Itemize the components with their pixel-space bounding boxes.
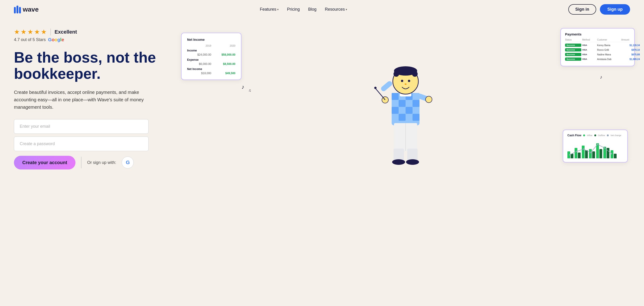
svg-point-48 <box>604 147 605 149</box>
svg-point-24 <box>409 69 414 74</box>
nav-resources[interactable]: Resources ▾ <box>325 7 347 12</box>
line-chart-svg <box>568 140 623 158</box>
star-5: ★ <box>41 28 47 36</box>
payments-card: Payments Status Method Customer Amount S… <box>560 28 635 66</box>
signup-form <box>14 119 172 151</box>
cashflow-legend: Inflow Outflow Net change <box>583 134 621 137</box>
svg-rect-8 <box>412 100 420 107</box>
payments-header: Status Method Customer Amount <box>565 38 630 42</box>
google-logo: Google <box>48 37 64 42</box>
svg-rect-12 <box>412 107 420 114</box>
nav-pricing[interactable]: Pricing <box>287 7 300 12</box>
svg-rect-13 <box>392 114 398 121</box>
cashflow-title: Cash Flow <box>568 134 581 137</box>
svg-point-46 <box>590 152 591 153</box>
inflow-dot <box>583 135 585 136</box>
net-income-card: Net Income 2019 2020 Income $24,000.00 $… <box>181 33 242 80</box>
star-3: ★ <box>28 28 33 36</box>
payment-row-1: Success VISA Kenny Bania $1,128.34 <box>565 44 630 47</box>
rating-divider <box>50 28 51 35</box>
logo[interactable]: wave <box>14 5 39 13</box>
star-2: ★ <box>21 28 26 36</box>
cta-divider <box>81 157 82 168</box>
svg-rect-10 <box>398 107 406 114</box>
svg-point-34 <box>374 87 376 89</box>
hero-right: Net Income 2019 2020 Income $24,000.00 $… <box>181 28 630 167</box>
rating-score: 4.7 out of 5 Stars <box>14 37 46 42</box>
netchange-dot <box>607 135 609 136</box>
svg-point-28 <box>405 83 406 85</box>
music-note-1: ♪ <box>242 84 244 90</box>
payment-row-4: Success VISA Anistasia Dab $1,089.24 <box>565 57 630 61</box>
svg-rect-11 <box>406 107 412 114</box>
nav-actions: Sign in Sign up <box>568 4 630 15</box>
payments-title: Payments <box>565 32 630 36</box>
star-1: ★ <box>14 28 20 36</box>
character-illustration <box>373 47 438 167</box>
svg-rect-29 <box>380 80 393 92</box>
signup-button[interactable]: Sign up <box>600 4 630 15</box>
music-note-3: ♪ <box>600 74 602 80</box>
svg-point-25 <box>403 67 408 73</box>
create-account-button[interactable]: Create your account <box>14 156 76 169</box>
google-g-icon: G <box>126 159 130 165</box>
svg-rect-1 <box>392 93 398 100</box>
hero-headline: Be the boss, not the bookkeeper. <box>14 49 172 82</box>
signin-button[interactable]: Sign in <box>568 4 596 15</box>
features-chevron-icon: ▾ <box>277 8 278 11</box>
svg-point-42 <box>406 159 419 165</box>
svg-point-26 <box>401 80 403 82</box>
main-nav: Features ▾ Pricing Blog Resources ▾ <box>260 7 347 12</box>
svg-rect-16 <box>412 114 420 121</box>
net-income-label: Net Income <box>187 67 236 71</box>
google-signup-button[interactable]: G <box>122 156 134 168</box>
income-row: $24,000.00 $58,000.00 <box>187 53 236 56</box>
rating-row: ★ ★ ★ ★ ★ Excellent <box>14 28 172 36</box>
cashflow-card: Cash Flow Inflow Outflow Net change <box>563 130 628 162</box>
svg-point-49 <box>611 153 612 154</box>
svg-rect-7 <box>406 100 412 107</box>
excellent-label: Excellent <box>54 29 77 35</box>
nav-blog[interactable]: Blog <box>308 7 316 12</box>
payment-row-2: Success VISA Rocco Grilli $979.10 <box>565 48 630 51</box>
svg-rect-9 <box>392 107 398 114</box>
svg-point-43 <box>569 154 570 155</box>
cashflow-chart <box>568 140 623 158</box>
music-note-2: ♫ <box>248 88 251 93</box>
email-input[interactable] <box>14 119 148 134</box>
expense-label: Expense <box>187 58 236 61</box>
svg-rect-5 <box>392 100 398 107</box>
cashflow-header: Cash Flow Inflow Outflow Net change <box>568 134 623 137</box>
net-income-title: Net Income <box>187 38 236 41</box>
rating-sub: 4.7 out of 5 Stars Google <box>14 37 172 42</box>
net-row: $18,000 $49,500 <box>187 72 236 75</box>
svg-point-44 <box>576 151 577 152</box>
svg-rect-6 <box>398 100 406 107</box>
password-input[interactable] <box>14 137 148 151</box>
svg-point-41 <box>392 159 405 165</box>
payment-row-3: Success VISA Nadine Mana $675.88 <box>565 53 630 56</box>
logo-icon <box>14 5 21 13</box>
logo-text: wave <box>23 6 39 13</box>
cta-row: Create your account Or sign up with: G <box>14 156 172 169</box>
hero-left: ★ ★ ★ ★ ★ Excellent 4.7 out of 5 Stars G… <box>14 28 172 169</box>
expense-row: $6,000.00 $8,500.00 <box>187 62 236 66</box>
net-income-header: 2019 2020 <box>187 44 236 47</box>
svg-rect-15 <box>406 114 412 121</box>
star-4: ★ <box>34 28 40 36</box>
nav-features[interactable]: Features ▾ <box>260 7 278 12</box>
svg-point-47 <box>597 144 598 145</box>
outflow-dot <box>594 135 596 136</box>
svg-point-45 <box>583 148 584 150</box>
svg-rect-14 <box>398 114 406 121</box>
or-signup-text: Or sign up with: <box>87 160 116 165</box>
svg-point-23 <box>398 69 402 74</box>
income-label: Income <box>187 49 236 52</box>
hero-subheadline: Create beautiful invoices, accept online… <box>14 89 148 111</box>
svg-point-27 <box>408 80 410 82</box>
resources-chevron-icon: ▾ <box>346 8 347 11</box>
star-rating: ★ ★ ★ ★ ★ <box>14 28 47 36</box>
